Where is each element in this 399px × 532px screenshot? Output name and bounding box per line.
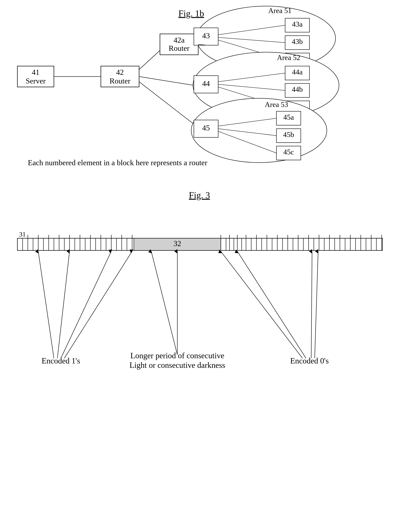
node-41-label1: 41: [32, 68, 39, 76]
area-52-label: Area 52: [277, 54, 300, 62]
node-43a-label: 43a: [292, 20, 303, 28]
line-42-45: [139, 82, 193, 123]
node-42a-label1: 42a: [174, 36, 185, 44]
line-enc1-4: [64, 251, 132, 358]
encoded-ones-label: Encoded 1's: [42, 356, 80, 365]
line-42-44: [139, 76, 193, 85]
line-longer-1: [151, 251, 177, 355]
node-44a-label: 44a: [292, 68, 303, 76]
fig3-diagram: Fig. 3 31: [0, 183, 399, 513]
node-41-label2: Server: [26, 77, 46, 85]
node-44b-label: 44b: [292, 85, 303, 93]
line-enc0-3: [311, 251, 312, 358]
longer-period-label-2: Light or consecutive darkness: [130, 361, 225, 370]
node-44-label: 44: [202, 79, 210, 88]
page: Fig. 1b 41 Server 42 Router 42a Router A…: [0, 0, 399, 532]
node-45a-label: 45a: [283, 113, 294, 121]
node-45b-label: 45b: [283, 131, 294, 139]
line-42-42a: [139, 51, 160, 70]
area-53-label: Area 53: [265, 101, 288, 108]
area-51-label: Area 51: [268, 6, 292, 15]
node-43b-label: 43b: [292, 38, 303, 45]
line-enc1-3: [61, 251, 111, 358]
line-enc1-1: [38, 251, 54, 358]
node-43-label: 43: [202, 32, 210, 40]
encoded-zeros-label: Encoded 0's: [290, 356, 329, 365]
node-42-label1: 42: [116, 68, 124, 76]
line-enc0-4: [315, 251, 318, 358]
fig1b-title: Fig. 1b: [178, 8, 204, 19]
label-32: 32: [174, 239, 181, 248]
node-42a-label2: Router: [169, 44, 189, 52]
node-45-label: 45: [202, 124, 210, 132]
fig3-title: Fig. 3: [189, 190, 210, 200]
fig1b-caption: Each numbered element in a block here re…: [28, 158, 207, 167]
line-enc0-2: [237, 251, 306, 358]
fig1b-diagram: Fig. 1b 41 Server 42 Router 42a Router A…: [0, 0, 399, 171]
line-enc1-2: [57, 251, 69, 358]
line-enc0-1: [221, 251, 303, 358]
node-42-label2: Router: [110, 77, 130, 85]
label-31: 31: [19, 231, 26, 238]
node-45c-label: 45c: [283, 148, 294, 156]
